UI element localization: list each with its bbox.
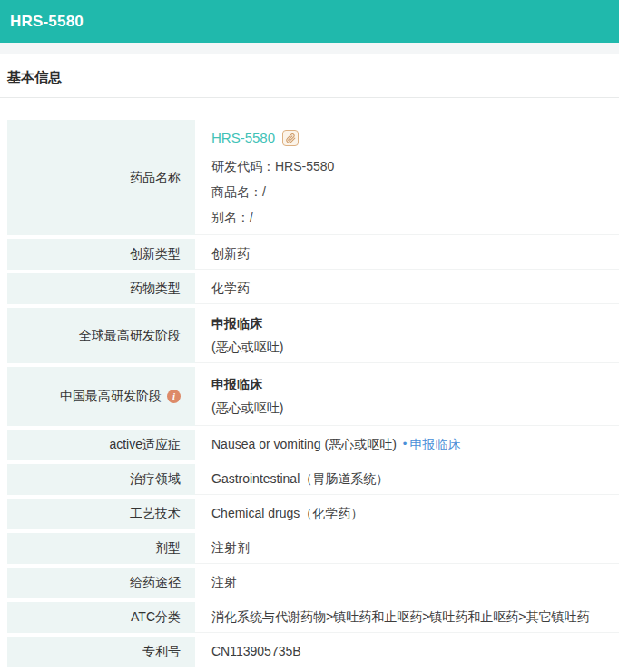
row-label: 药物类型: [7, 273, 195, 304]
stage-scope: (恶心或呕吐): [211, 396, 283, 420]
dev-code-line: 研发代码：HRS-5580: [211, 153, 334, 179]
header-substrip: [0, 43, 619, 54]
row-label: 给药途径: [7, 568, 195, 598]
table-row-process-tech: 工艺技术 Chemical drugs（化学药）: [7, 499, 619, 529]
row-label: 工艺技术: [7, 499, 195, 529]
indication-stage-link[interactable]: 申报临床: [409, 436, 460, 452]
row-value: 申报临床 (恶心或呕吐): [195, 367, 619, 426]
row-value: 消化系统与代谢药物>镇吐药和止呕药>镇吐药和止呕药>其它镇吐药: [195, 602, 619, 633]
basic-info-table: 药品名称 HRS-5580 研发代码：HRS-5580 商品名：/ 别名：/ 创…: [0, 120, 619, 667]
table-row-china-stage: 中国最高研发阶段 i 申报临床 (恶心或呕吐): [7, 367, 619, 426]
table-row-global-stage: 全球最高研发阶段 申报临床 (恶心或呕吐): [7, 308, 619, 363]
row-value: Gastrointestinal（胃肠道系统）: [195, 464, 619, 495]
stage-name: 申报临床: [211, 372, 262, 396]
table-row-therapy-area: 治疗领域 Gastrointestinal（胃肠道系统）: [7, 464, 619, 495]
row-value: 申报临床 (恶心或呕吐): [195, 308, 619, 363]
trade-name-line: 商品名：/: [211, 179, 266, 204]
row-label: 治疗领域: [7, 464, 195, 495]
row-label: 全球最高研发阶段: [7, 308, 195, 363]
row-value: HRS-5580 研发代码：HRS-5580 商品名：/ 别名：/: [195, 120, 619, 235]
section-divider: [0, 97, 619, 98]
indication-text: Nausea or vomiting (恶心或呕吐): [211, 436, 397, 452]
page-header: HRS-5580: [0, 0, 619, 43]
bullet-separator: •: [403, 437, 408, 452]
page-title: HRS-5580: [10, 13, 84, 31]
paperclip-icon[interactable]: [282, 130, 299, 146]
info-icon[interactable]: i: [167, 390, 181, 403]
row-label: active适应症: [7, 430, 195, 460]
row-label: 中国最高研发阶段 i: [7, 367, 195, 426]
row-value: 注射: [195, 568, 619, 598]
row-value: 创新药: [195, 239, 619, 270]
row-value: Nausea or vomiting (恶心或呕吐) • 申报临床: [195, 430, 619, 460]
section-title: 基本信息: [0, 54, 619, 97]
row-value: 化学药: [195, 273, 619, 304]
row-label-text: 中国最高研发阶段: [60, 389, 162, 405]
stage-name: 申报临床: [211, 311, 262, 335]
row-label: 剂型: [7, 533, 195, 564]
table-row-dosage-form: 剂型 注射剂: [7, 533, 619, 564]
drug-name-link[interactable]: HRS-5580: [211, 129, 275, 147]
table-row-drug-name: 药品名称 HRS-5580 研发代码：HRS-5580 商品名：/ 别名：/: [7, 120, 619, 235]
row-label: 创新类型: [7, 239, 195, 270]
alias-line: 别名：/: [211, 204, 253, 230]
table-row-atc-class: ATC分类 消化系统与代谢药物>镇吐药和止呕药>镇吐药和止呕药>其它镇吐药: [7, 602, 619, 633]
table-row-admin-route: 给药途径 注射: [7, 568, 619, 598]
table-row-drug-type: 药物类型 化学药: [7, 273, 619, 304]
row-value: 注射剂: [195, 533, 619, 564]
table-row-innovation-type: 创新类型 创新药: [7, 239, 619, 270]
table-row-active-indication: active适应症 Nausea or vomiting (恶心或呕吐) • 申…: [7, 430, 619, 460]
row-label: 专利号: [7, 637, 195, 667]
row-value: CN113905735B: [195, 637, 619, 667]
row-label: 药品名称: [7, 120, 195, 235]
row-label: ATC分类: [7, 602, 195, 633]
row-value: Chemical drugs（化学药）: [195, 499, 619, 529]
table-row-patent: 专利号 CN113905735B: [7, 637, 619, 667]
stage-scope: (恶心或呕吐): [211, 335, 283, 359]
